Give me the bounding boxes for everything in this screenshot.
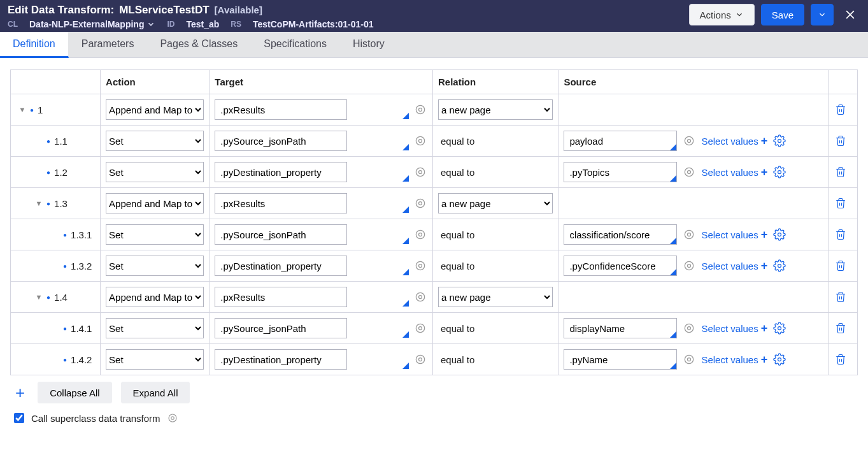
delete-row-button[interactable] [834,196,848,210]
source-input[interactable] [564,131,677,151]
cl-value: Data-NLP-ExternalMapping [29,19,144,29]
header-prefix: Edit Data Transform: [8,4,114,17]
delete-row-button[interactable] [834,290,848,304]
action-select[interactable]: Append and Map toSet [106,287,204,307]
gear-icon[interactable] [772,165,786,179]
target-input[interactable] [215,162,347,182]
target-input[interactable] [215,131,347,151]
target-input[interactable] [215,193,347,213]
action-select[interactable]: Append and Map toSet [106,99,204,120]
close-button[interactable] [840,8,860,21]
plus-icon: + [761,259,768,273]
delete-row-button[interactable] [834,259,848,273]
crosshair-icon[interactable] [682,134,696,148]
crosshair-icon[interactable] [682,352,696,366]
expand-toggle[interactable]: ▼ [18,106,26,113]
select-values-link[interactable]: Select values + [701,166,767,179]
relation-select[interactable]: a new pageequal to [438,99,553,120]
plus-icon: + [761,166,768,179]
target-input[interactable] [215,224,347,245]
action-select[interactable]: Append and Map toSet [106,193,204,213]
select-values-link[interactable]: Select values + [701,259,767,273]
tab-parameters[interactable]: Parameters [69,32,148,57]
target-input[interactable] [215,318,347,338]
call-superclass-checkbox[interactable] [14,413,24,423]
cl-label: CL [8,20,18,29]
delete-row-button[interactable] [834,165,848,179]
delete-row-button[interactable] [834,134,848,148]
expand-toggle[interactable]: ▼ [35,293,43,301]
save-button[interactable]: Save [761,4,804,25]
select-values-link[interactable]: Select values + [701,228,767,242]
relation-text: equal to [438,261,474,271]
call-superclass-label[interactable]: Call superclass data transform [31,413,160,424]
plus-icon: + [761,322,768,335]
bullet-icon: ● [46,294,50,301]
expand-toggle[interactable]: ▼ [35,199,43,207]
crosshair-icon[interactable] [413,321,427,335]
tab-history[interactable]: History [340,32,398,57]
source-input[interactable] [564,162,677,182]
save-dropdown-button[interactable] [811,4,834,25]
gear-icon[interactable] [772,259,786,273]
svg-point-26 [416,292,424,301]
crosshair-icon[interactable] [166,411,180,425]
action-select[interactable]: Append and Map toSet [106,318,204,338]
relation-select[interactable]: a new pageequal to [438,287,553,307]
crosshair-icon[interactable] [682,227,696,242]
action-select[interactable]: Append and Map toSet [106,224,204,245]
tab-specifications[interactable]: Specifications [251,32,340,57]
tab-definition[interactable]: Definition [0,32,69,58]
crosshair-icon[interactable] [682,165,696,179]
save-button-label: Save [772,10,793,20]
svg-point-22 [418,264,422,268]
step-number: 1.3.1 [71,229,92,240]
source-input[interactable] [564,318,677,338]
actions-button[interactable]: Actions [689,4,755,25]
action-select[interactable]: Append and Map toSet [106,256,204,276]
bullet-icon: ● [30,106,34,113]
crosshair-icon[interactable] [413,196,427,210]
target-input[interactable] [215,287,347,307]
add-row-button[interactable]: + [11,383,29,403]
delete-row-button[interactable] [834,352,848,366]
target-input[interactable] [215,349,347,370]
crosshair-icon[interactable] [413,259,427,273]
select-values-link[interactable]: Select values + [701,353,767,366]
tab-pages-classes[interactable]: Pages & Classes [147,32,251,57]
relation-select[interactable]: a new pageequal to [438,193,553,213]
crosshair-icon[interactable] [682,259,696,273]
crosshair-icon[interactable] [682,321,696,335]
expand-all-button[interactable]: Expand All [121,382,190,403]
delete-row-button[interactable] [834,321,848,335]
gear-icon[interactable] [772,352,786,366]
svg-point-4 [416,136,424,145]
select-values-link[interactable]: Select values + [701,322,767,335]
crosshair-icon[interactable] [413,103,427,117]
collapse-all-button[interactable]: Collapse All [38,382,111,403]
source-input[interactable] [564,256,677,276]
source-input[interactable] [564,349,677,370]
svg-point-8 [778,140,781,143]
gear-icon[interactable] [772,227,786,242]
id-label: ID [167,20,174,29]
action-select[interactable]: Append and Map toSet [106,349,204,370]
action-select[interactable]: Append and Map toSet [106,162,204,182]
source-input[interactable] [564,224,677,245]
target-input[interactable] [215,256,347,276]
gear-icon[interactable] [772,321,786,335]
crosshair-icon[interactable] [413,227,427,242]
step-number: 1 [38,105,43,115]
gear-icon[interactable] [772,134,786,148]
plus-icon: + [761,353,768,366]
delete-row-button[interactable] [834,103,848,117]
crosshair-icon[interactable] [413,134,427,148]
select-values-link[interactable]: Select values + [701,134,767,148]
delete-row-button[interactable] [834,227,848,242]
crosshair-icon[interactable] [413,290,427,304]
action-select[interactable]: Append and Map toSet [106,131,204,151]
crosshair-icon[interactable] [413,165,427,179]
crosshair-icon[interactable] [413,352,427,366]
class-picker[interactable]: Data-NLP-ExternalMapping [29,19,155,29]
target-input[interactable] [215,99,347,120]
